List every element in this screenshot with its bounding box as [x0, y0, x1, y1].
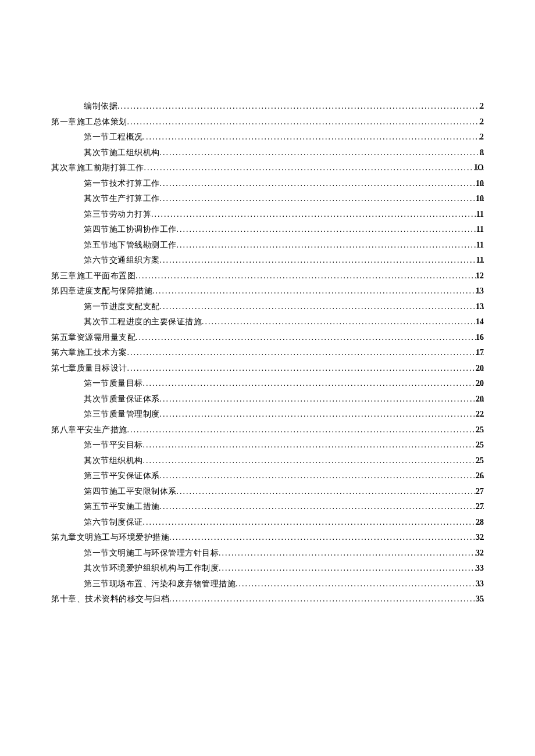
toc-leader-dots: ........................................… [143, 518, 484, 526]
toc-leader-dots: ........................................… [151, 210, 484, 218]
toc-entry-title: 编制依据 [84, 102, 117, 110]
toc-entry-title: 第六节制度保证 [84, 518, 143, 526]
toc-leader-dots: ........................................… [127, 425, 484, 434]
toc-entry: 11第三节劳动力打算..............................… [51, 207, 484, 223]
toc-entry-title: 第三节质量管理制度 [84, 410, 160, 418]
toc-entry-title: 第三节劳动力打算 [84, 210, 151, 218]
toc-leader-dots: ........................................… [127, 364, 484, 372]
toc-entry: 13第一节进度支配支配.............................… [51, 299, 484, 315]
toc-leader-dots: ........................................… [160, 502, 484, 511]
toc-entry: 10其次节生产打算工作.............................… [51, 191, 484, 207]
toc-entry: 25第八章平安生产措施.............................… [51, 422, 484, 438]
toc-leader-dots: ........................................… [202, 317, 484, 326]
toc-entry: 11第五节地下管线勘测工作...........................… [51, 238, 484, 253]
toc-leader-dots: ........................................… [143, 440, 484, 449]
toc-entry: 14其次节工程进度的主要保证措施........................… [51, 314, 484, 330]
toc-entry-title: 其次章施工前期打算工作 [51, 163, 144, 172]
toc-leader-dots: ........................................… [117, 102, 484, 110]
toc-leader-dots: ........................................… [160, 471, 484, 480]
toc-entry: 35第十章、技术资料的移交与归档........................… [51, 592, 484, 607]
toc-entry: 20第七章质量目标设计.............................… [51, 361, 484, 377]
toc-entry: 11第四节施工协调协作工作...........................… [51, 222, 484, 238]
toc-entry: 2第一章施工总体策划..............................… [51, 114, 484, 130]
toc-leader-dots: ........................................… [219, 549, 484, 557]
toc-entry: 2编制依据...................................… [51, 99, 484, 114]
toc-entry: 17第六章施工技术方案.............................… [51, 345, 484, 361]
toc-leader-dots: ........................................… [177, 241, 484, 249]
toc-leader-dots: ........................................… [160, 302, 484, 311]
toc-entry-title: 第九章文明施工与环境爱护措施 [51, 533, 169, 542]
toc-entry: 12第三章施工平面布置图............................… [51, 268, 484, 284]
toc-entry-title: 其次节生产打算工作 [84, 194, 160, 203]
toc-entry-title: 第一章施工总体策划 [51, 117, 127, 126]
toc-entry-title: 第一节进度支配支配 [84, 302, 160, 311]
toc-leader-dots: ........................................… [127, 348, 484, 357]
toc-entry: 32第一节文明施工与环保管理方针目标......................… [51, 546, 484, 561]
toc-entry: 33第三节现场布置、污染和废弃物管理措施....................… [51, 576, 484, 592]
toc-entry-title: 第四节施工协调协作工作 [84, 225, 177, 234]
toc-entry-title: 第五节平安施工措施 [84, 502, 160, 511]
toc-entry: 25其次节组织机构...............................… [51, 453, 484, 469]
toc-leader-dots: ........................................… [144, 163, 484, 172]
toc-entry: IO其次章施工前期打算工作...........................… [51, 160, 484, 176]
toc-leader-dots: ........................................… [219, 564, 484, 572]
toc-entry: 16第五章资源需用量支配............................… [51, 330, 484, 346]
toc-entry-title: 第三节现场布置、污染和废弃物管理措施 [84, 579, 236, 588]
toc-leader-dots: ........................................… [135, 271, 484, 280]
toc-entry: 8其次节施工组织机构..............................… [51, 145, 484, 161]
toc-entry: 26第三节平安保证体系.............................… [51, 468, 484, 484]
toc-entry-title: 其次节工程进度的主要保证措施 [84, 317, 202, 326]
toc-leader-dots: ........................................… [160, 194, 484, 203]
toc-entry: 20第一节质量目标...............................… [51, 376, 484, 392]
toc-entry-title: 第八章平安生产措施 [51, 425, 127, 434]
toc-entry: 33其次节环境爱护组织机构与工作制度......................… [51, 561, 484, 576]
toc-entry: 11第六节交通组织方案.............................… [51, 253, 484, 268]
toc-entry-title: 其次节质量保证体系 [84, 395, 160, 403]
toc-leader-dots: ........................................… [127, 117, 484, 126]
toc-leader-dots: ........................................… [160, 410, 484, 418]
toc-entry-title: 其次节施工组织机构 [84, 148, 160, 157]
toc-leader-dots: ........................................… [177, 487, 484, 496]
toc-entry-title: 第三节平安保证体系 [84, 471, 160, 480]
toc-entry: 25第一节平安目标...............................… [51, 438, 484, 453]
toc-leader-dots: ........................................… [160, 395, 484, 403]
toc-entry-title: 第六节交通组织方案 [84, 256, 160, 264]
toc-entry-title: 第六章施工技术方案 [51, 348, 127, 357]
toc-entry-title: 第十章、技术资料的移交与归档 [51, 594, 169, 603]
toc-leader-dots: ........................................… [152, 286, 484, 295]
toc-leader-dots: ........................................… [143, 379, 484, 388]
toc-entry-title: 第五节地下管线勘测工作 [84, 241, 177, 249]
toc-leader-dots: ........................................… [160, 256, 484, 264]
toc-leader-dots: ........................................… [177, 225, 484, 234]
toc-entry-title: 第一节技术打算工作 [84, 179, 160, 188]
toc-leader-dots: ........................................… [143, 456, 484, 465]
toc-entry-title: 第一节平安目标 [84, 440, 143, 449]
toc-entry: 20其次节质量保证体系.............................… [51, 392, 484, 407]
document-page: 2编制依据...................................… [0, 0, 535, 756]
table-of-contents: 2编制依据...................................… [51, 99, 484, 607]
toc-entry: 2第一节工程概况................................… [51, 130, 484, 145]
toc-entry: 28第六节制度保证...............................… [51, 515, 484, 531]
toc-leader-dots: ........................................… [169, 594, 484, 603]
toc-leader-dots: ........................................… [160, 148, 484, 157]
toc-entry: 32第九章文明施工与环境爱护措施........................… [51, 530, 484, 546]
toc-entry-title: 其次节组织机构 [84, 456, 143, 465]
toc-entry: 13第四章进度支配与保障措施..........................… [51, 284, 484, 299]
toc-entry-title: 第五章资源需用量支配 [51, 333, 135, 342]
toc-leader-dots: ........................................… [135, 333, 484, 342]
toc-entry: 22第三节质量管理制度.............................… [51, 407, 484, 422]
toc-entry: 10第一节技术打算工作.............................… [51, 176, 484, 192]
toc-leader-dots: ........................................… [236, 579, 484, 588]
toc-entry-title: 第四章进度支配与保障措施 [51, 286, 152, 295]
toc-entry-title: 第一节质量目标 [84, 379, 143, 388]
toc-entry-title: 第一节文明施工与环保管理方针目标 [84, 549, 219, 557]
toc-entry-title: 第一节工程概况 [84, 132, 143, 141]
toc-entry-title: 其次节环境爱护组织机构与工作制度 [84, 564, 219, 572]
toc-leader-dots: ........................................… [169, 533, 484, 542]
toc-leader-dots: ........................................… [143, 132, 484, 141]
toc-entry-title: 第四节施工平安限制体系 [84, 487, 177, 496]
toc-entry: 27第五节平安施工措施.............................… [51, 499, 484, 515]
toc-leader-dots: ........................................… [160, 179, 484, 188]
toc-entry: 27第四节施工平安限制体系...........................… [51, 484, 484, 500]
toc-entry-title: 第七章质量目标设计 [51, 364, 127, 372]
